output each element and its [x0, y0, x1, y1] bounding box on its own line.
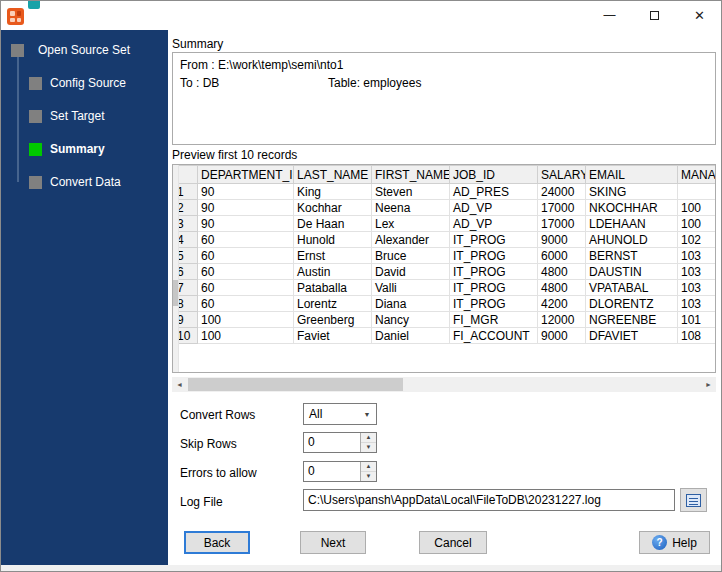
cell: 100 — [198, 328, 294, 344]
spin-down-icon[interactable]: ▼ — [361, 443, 376, 452]
open-log-button[interactable] — [680, 488, 707, 512]
column-header: SALARY — [538, 166, 586, 184]
maximize-button[interactable] — [632, 0, 677, 30]
summary-box: From : E:\work\temp\semi\nto1 To : DB Ta… — [172, 52, 716, 145]
cell: SKING — [586, 184, 678, 200]
step-status-icon — [29, 176, 42, 189]
table-row: 9100GreenbergNancyFI_MGR12000NGREENBE101 — [174, 312, 717, 328]
convert-rows-value: All — [304, 407, 358, 421]
cell: 90 — [198, 200, 294, 216]
log-file-input[interactable] — [303, 489, 675, 511]
cell: Hunold — [294, 232, 372, 248]
back-button[interactable]: Back — [184, 531, 250, 554]
cell: Bruce — [372, 248, 450, 264]
spin-down-icon[interactable]: ▼ — [361, 472, 376, 481]
spin-up-icon[interactable]: ▲ — [361, 462, 376, 472]
cell: Steven — [372, 184, 450, 200]
cell: 4200 — [538, 296, 586, 312]
cell: Lorentz — [294, 296, 372, 312]
help-button-label: Help — [672, 536, 697, 550]
minimize-button[interactable]: — — [587, 0, 632, 30]
table-row: 660AustinDavidIT_PROG4800DAUSTIN103 — [174, 264, 717, 280]
log-viewer-icon — [686, 494, 701, 507]
log-file-label: Log File — [180, 495, 223, 509]
cell: Kochhar — [294, 200, 372, 216]
cell: Faviet — [294, 328, 372, 344]
convert-rows-dropdown[interactable]: All ▼ — [303, 403, 377, 425]
cell: FI_MGR — [450, 312, 538, 328]
cell: IT_PROG — [450, 248, 538, 264]
errors-to-allow-value: 0 — [304, 462, 360, 481]
cell: Nancy — [372, 312, 450, 328]
cell: 4800 — [538, 264, 586, 280]
spin-up-icon[interactable]: ▲ — [361, 433, 376, 443]
step-label: Open Source Set — [38, 44, 130, 57]
next-button-label: Next — [321, 536, 346, 550]
wizard-step-open-source-set[interactable]: Open Source Set — [0, 44, 168, 58]
cell: Lex — [372, 216, 450, 232]
errors-to-allow-label: Errors to allow — [180, 466, 257, 480]
scroll-right-icon[interactable]: ► — [701, 377, 716, 392]
cell: 103 — [678, 264, 717, 280]
secondary-app-icon — [28, 0, 40, 9]
cell: IT_PROG — [450, 264, 538, 280]
table-row: 460HunoldAlexanderIT_PROG9000AHUNOLD102 — [174, 232, 717, 248]
close-button[interactable]: ✕ — [677, 0, 722, 30]
wizard-step-convert-data[interactable]: Convert Data — [0, 176, 168, 190]
wizard-step-config-source[interactable]: Config Source — [0, 77, 168, 91]
cell: 108 — [678, 328, 717, 344]
step-status-icon — [29, 143, 42, 156]
header-row: DEPARTMENT_IDLAST_NAMEFIRST_NAMEJOB_IDSA… — [174, 166, 717, 184]
app-icon[interactable] — [7, 8, 24, 25]
chevron-down-icon: ▼ — [358, 411, 376, 418]
summary-from-line: From : E:\work\temp\semi\nto1 — [180, 56, 708, 74]
cell: De Haan — [294, 216, 372, 232]
cell: NGREENBE — [586, 312, 678, 328]
cell: DFAVIET — [586, 328, 678, 344]
cell: LDEHAAN — [586, 216, 678, 232]
grid-vertical-scrollbar[interactable] — [173, 165, 179, 372]
cell: VPATABAL — [586, 280, 678, 296]
cell: FI_ACCOUNT — [450, 328, 538, 344]
column-header: MANAG — [678, 166, 717, 184]
grid-horizontal-scrollbar[interactable]: ◄ ► — [172, 377, 716, 392]
column-header: EMAIL — [586, 166, 678, 184]
maximize-icon — [650, 11, 659, 20]
wizard-step-summary[interactable]: Summary — [0, 143, 168, 157]
cell: NKOCHHAR — [586, 200, 678, 216]
errors-to-allow-stepper[interactable]: 0 ▲ ▼ — [303, 461, 377, 482]
cell: 103 — [678, 248, 717, 264]
column-header: JOB_ID — [450, 166, 538, 184]
cell: IT_PROG — [450, 280, 538, 296]
wizard-sidebar: Open Source SetConfig SourceSet TargetSu… — [0, 30, 168, 565]
close-icon: ✕ — [694, 8, 705, 23]
cell: 100 — [678, 216, 717, 232]
preview-grid: DEPARTMENT_IDLAST_NAMEFIRST_NAMEJOB_IDSA… — [172, 164, 716, 373]
convert-rows-label: Convert Rows — [180, 408, 255, 422]
cancel-button-label: Cancel — [434, 536, 471, 550]
cell: Valli — [372, 280, 450, 296]
minimize-icon: — — [604, 8, 616, 22]
help-button[interactable]: ? Help — [639, 531, 710, 554]
horizontal-scrollbar-thumb[interactable] — [188, 378, 403, 391]
cell — [678, 184, 717, 200]
table-row: 10100FavietDanielFI_ACCOUNT9000DFAVIET10… — [174, 328, 717, 344]
summary-table-line: Table: employees — [328, 74, 421, 92]
cell: BERNST — [586, 248, 678, 264]
cell: AD_VP — [450, 200, 538, 216]
table-row: 760PataballaValliIT_PROG4800VPATABAL103 — [174, 280, 717, 296]
grid-vertical-scrollbar-thumb[interactable] — [173, 280, 178, 306]
skip-rows-stepper[interactable]: 0 ▲ ▼ — [303, 432, 377, 453]
cancel-button[interactable]: Cancel — [419, 531, 487, 554]
scroll-left-icon[interactable]: ◄ — [172, 377, 187, 392]
table-row: 290KochharNeenaAD_VP17000NKOCHHAR100 — [174, 200, 717, 216]
wizard-step-set-target[interactable]: Set Target — [0, 110, 168, 124]
preview-section-label: Preview first 10 records — [172, 148, 297, 162]
cell: 17000 — [538, 200, 586, 216]
step-label: Summary — [50, 143, 105, 156]
title-bar: — ✕ — [0, 0, 722, 30]
cell: 101 — [678, 312, 717, 328]
step-status-icon — [11, 44, 24, 57]
cell: Daniel — [372, 328, 450, 344]
next-button[interactable]: Next — [300, 531, 366, 554]
